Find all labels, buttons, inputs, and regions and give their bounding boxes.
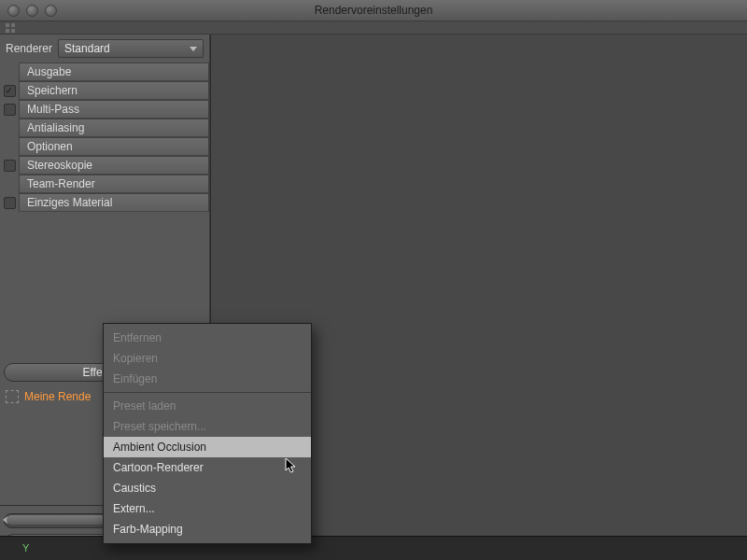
effects-context-menu[interactable]: EntfernenKopierenEinfügenPreset ladenPre… (103, 323, 312, 544)
menu-item[interactable]: Ambient Occlusion (104, 437, 311, 457)
active-preset-label: Meine Rende (24, 390, 91, 403)
window-title: Rendervoreinstellungen (0, 4, 747, 17)
menu-item: Entfernen (104, 328, 311, 348)
render-settings-window: Rendervoreinstellungen Renderer Standard… (0, 0, 747, 560)
menu-item: Preset speichern... (104, 416, 311, 437)
menu-item: Einfügen (104, 369, 311, 389)
scroll-thumb[interactable] (7, 515, 119, 525)
option-label[interactable]: Ausgabe (19, 63, 209, 81)
option-checkbox-cell: ✓ (0, 85, 19, 97)
preset-indicator-icon (6, 390, 19, 403)
menu-item-label: Preset speichern... (113, 420, 206, 433)
option-label[interactable]: Antialiasing (19, 119, 209, 137)
option-row-stereoskopie[interactable]: Stereoskopie (0, 156, 209, 175)
menu-item[interactable]: Cartoon-Renderer (104, 457, 311, 478)
minimize-icon[interactable] (26, 5, 38, 17)
option-label[interactable]: Einziges Material (19, 193, 209, 212)
zoom-icon[interactable] (45, 5, 57, 17)
renderer-row: Renderer Standard (0, 35, 209, 63)
option-row-optionen[interactable]: Optionen (0, 137, 209, 156)
option-label[interactable]: Team-Render (19, 175, 209, 193)
option-row-ausgabe[interactable]: Ausgabe (0, 63, 209, 81)
option-row-speichern[interactable]: ✓Speichern (0, 81, 209, 100)
menu-separator (104, 392, 311, 393)
option-label-text: Stereoskopie (27, 159, 92, 172)
option-label[interactable]: Speichern (19, 81, 209, 100)
chevron-down-icon (190, 47, 197, 51)
option-label-text: Multi-Pass (27, 103, 79, 116)
option-checkbox-cell (0, 160, 19, 172)
menu-item[interactable]: Extern... (104, 498, 311, 519)
renderer-label: Renderer (6, 42, 52, 55)
option-row-einziges_material[interactable]: Einziges Material (0, 193, 209, 212)
menu-item-label: Caustics (113, 482, 156, 495)
checkbox-icon[interactable] (4, 104, 16, 116)
option-label-text: Ausgabe (27, 65, 71, 78)
menu-item-label: Farb-Mapping (113, 523, 183, 536)
window-controls (0, 5, 57, 17)
menu-item-label: Einfügen (113, 372, 157, 385)
checkbox-icon[interactable] (4, 160, 16, 172)
options-list: Ausgabe✓SpeichernMulti-PassAntialiasingO… (0, 63, 209, 212)
layout-grid-icon[interactable] (6, 23, 15, 33)
menu-item[interactable]: Farb-Mapping (104, 519, 311, 539)
titlebar: Rendervoreinstellungen (0, 0, 747, 21)
renderer-select-value: Standard (64, 42, 110, 55)
option-label-text: Team-Render (27, 177, 95, 190)
option-label-text: Antialiasing (27, 121, 84, 134)
menu-item-label: Ambient Occlusion (113, 441, 206, 454)
checkbox-icon[interactable]: ✓ (4, 85, 16, 97)
option-row-multi_pass[interactable]: Multi-Pass (0, 100, 209, 119)
option-label-text: Speichern (27, 84, 78, 97)
menu-item-label: Extern... (113, 502, 155, 515)
toolbar (0, 21, 747, 35)
option-checkbox-cell (0, 104, 19, 116)
option-label-text: Einziges Material (27, 196, 112, 209)
option-checkbox-cell (0, 197, 19, 209)
menu-item-label: Kopieren (113, 352, 158, 365)
menu-item: Kopieren (104, 348, 311, 369)
menu-item: Preset laden (104, 396, 311, 416)
checkbox-icon[interactable] (4, 197, 16, 209)
menu-item[interactable]: Caustics (104, 478, 311, 498)
option-label[interactable]: Stereoskopie (19, 156, 209, 175)
menu-item-label: Entfernen (113, 331, 162, 344)
option-label[interactable]: Optionen (19, 137, 209, 156)
menu-item-label: Preset laden (113, 399, 176, 413)
close-icon[interactable] (7, 5, 20, 17)
renderer-select[interactable]: Standard (58, 39, 204, 58)
option-row-antialiasing[interactable]: Antialiasing (0, 119, 209, 137)
option-label-text: Optionen (27, 140, 73, 153)
menu-item-label: Cartoon-Renderer (113, 461, 204, 474)
option-label[interactable]: Multi-Pass (19, 100, 209, 119)
option-row-team_render[interactable]: Team-Render (0, 175, 209, 193)
